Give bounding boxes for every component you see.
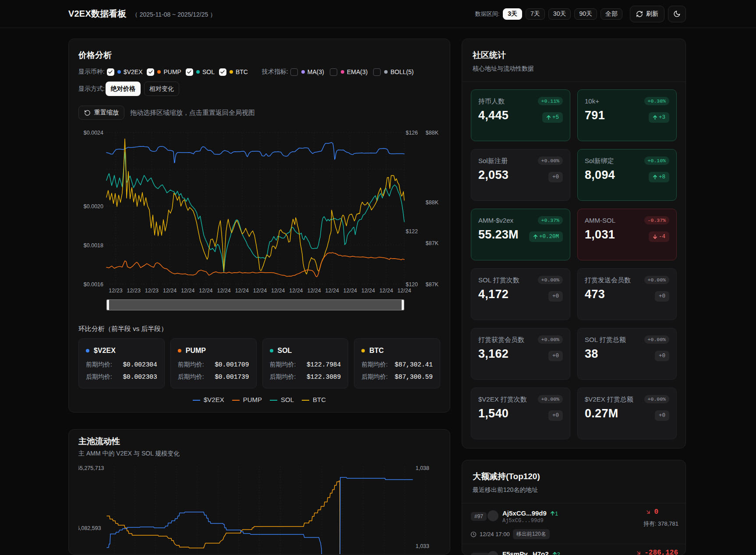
svg-text:12/24: 12/24	[289, 288, 303, 294]
svg-text:12/23: 12/23	[109, 288, 122, 294]
svg-text:$88K: $88K	[426, 199, 439, 206]
svg-text:12/24: 12/24	[325, 288, 339, 294]
svg-text:$0.0020: $0.0020	[84, 203, 103, 210]
svg-text:12/24: 12/24	[181, 288, 194, 294]
svg-text:12/24: 12/24	[253, 288, 267, 294]
svg-text:12/24: 12/24	[343, 288, 357, 294]
svg-text:$0.0016: $0.0016	[84, 281, 103, 288]
svg-text:12/24: 12/24	[361, 288, 375, 294]
svg-text:55,275,713: 55,275,713	[78, 465, 104, 471]
svg-text:12/24: 12/24	[199, 288, 212, 294]
svg-text:$120: $120	[406, 281, 418, 288]
svg-text:12/23: 12/23	[145, 288, 159, 294]
svg-text:12/24: 12/24	[163, 288, 177, 294]
svg-text:12/24: 12/24	[217, 288, 230, 294]
svg-text:12/24: 12/24	[307, 288, 321, 294]
svg-text:12/23: 12/23	[127, 288, 141, 294]
svg-text:$87K: $87K	[426, 281, 439, 288]
svg-text:$0.0024: $0.0024	[84, 130, 103, 136]
svg-text:1,038: 1,038	[416, 465, 429, 471]
svg-text:12/24: 12/24	[397, 288, 411, 294]
svg-text:12/24: 12/24	[271, 288, 285, 294]
svg-text:5,082,593: 5,082,593	[78, 525, 101, 531]
svg-text:1,033: 1,033	[416, 543, 429, 549]
svg-text:$0.0018: $0.0018	[84, 242, 103, 249]
svg-text:$126: $126	[406, 130, 418, 136]
svg-text:12/24: 12/24	[235, 288, 249, 294]
svg-text:$87K: $87K	[426, 240, 439, 246]
svg-text:12/24: 12/24	[379, 288, 393, 294]
svg-text:$88K: $88K	[426, 130, 439, 136]
svg-text:$122: $122	[406, 228, 418, 235]
